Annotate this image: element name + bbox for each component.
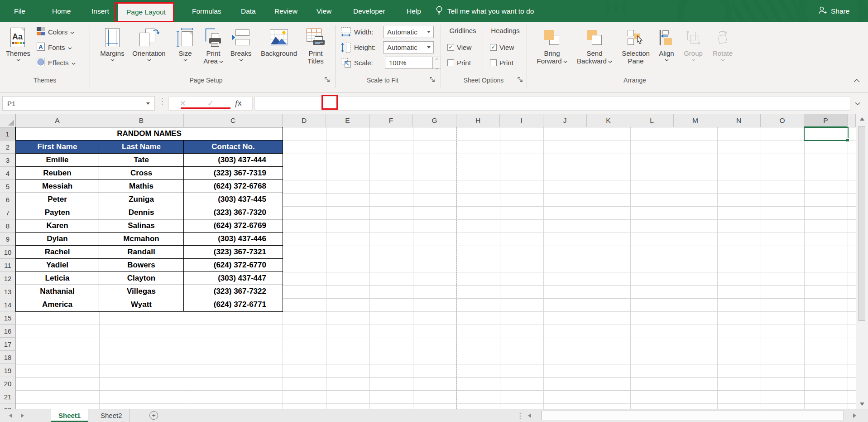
tab-formulas[interactable]: Formulas [189, 0, 224, 22]
table-cell[interactable]: Mcmahon [99, 233, 184, 245]
colors-button[interactable]: Colors [36, 26, 86, 38]
sheet-options-dialog-launcher-icon[interactable] [517, 77, 524, 84]
gridlines-view-checkbox-row[interactable]: ✓View [447, 41, 482, 53]
table-cell[interactable]: Randall [99, 246, 184, 258]
table-cell[interactable]: Emilie [16, 154, 99, 166]
checkbox-checked-icon[interactable]: ✓ [490, 44, 497, 51]
hscroll-right-icon[interactable] [853, 413, 856, 418]
table-cell[interactable]: (303) 437-447 [184, 272, 283, 285]
table-cell[interactable]: Dennis [99, 206, 184, 219]
column-header-g[interactable]: G [413, 114, 456, 127]
insert-function-icon[interactable]: fx [235, 99, 241, 108]
table-cell[interactable]: (624) 372-6769 [184, 219, 283, 232]
column-header-n[interactable]: N [717, 114, 761, 127]
width-combobox[interactable]: Automatic [383, 26, 434, 38]
scroll-down-icon[interactable] [860, 403, 864, 406]
orientation-button[interactable]: Orientation [128, 23, 170, 77]
table-cell[interactable]: Reuben [16, 167, 99, 179]
table-header-contact-no[interactable]: Contact No. [184, 141, 283, 153]
column-header-m[interactable]: M [674, 114, 717, 127]
active-cell-outline[interactable] [804, 127, 849, 141]
table-cell[interactable]: (323) 367-7320 [184, 206, 283, 219]
row-header-3[interactable]: 3 [0, 154, 16, 167]
tab-home[interactable]: Home [49, 0, 73, 22]
table-cell[interactable]: Rachel [16, 246, 99, 258]
sheet-tab-sheet1[interactable]: Sheet1 [51, 409, 88, 422]
share-button[interactable]: Share [818, 0, 849, 22]
table-cell[interactable]: Leticia [16, 272, 99, 285]
breaks-button[interactable]: Breaks [228, 23, 254, 77]
checkbox-unchecked-icon[interactable] [447, 59, 454, 66]
row-header-14[interactable]: 14 [0, 298, 16, 311]
row-header-2[interactable]: 2 [0, 141, 16, 154]
formula-bar-grip[interactable]: ⋮ [158, 97, 166, 106]
row-header-5[interactable]: 5 [0, 180, 16, 193]
table-cell[interactable]: (624) 372-6770 [184, 259, 283, 272]
table-cell[interactable]: (624) 372-6771 [184, 298, 283, 311]
effects-button[interactable]: Effects [36, 57, 86, 68]
spinner-buttons[interactable] [433, 57, 441, 69]
table-cell[interactable]: (323) 367-7322 [184, 285, 283, 298]
table-cell[interactable]: Mathis [99, 180, 184, 193]
column-header-partial[interactable] [848, 114, 856, 127]
row-header-16[interactable]: 16 [0, 325, 16, 338]
table-cell[interactable]: Peter [16, 193, 99, 206]
table-cell[interactable]: Wyatt [99, 298, 184, 311]
row-header-8[interactable]: 8 [0, 219, 16, 233]
headings-view-checkbox-row[interactable]: ✓View [490, 41, 524, 53]
row-header-10[interactable]: 10 [0, 246, 16, 259]
name-box[interactable]: P1 [2, 96, 155, 111]
formula-bar-expand-icon[interactable] [855, 99, 860, 107]
column-header-l[interactable]: L [630, 114, 674, 127]
table-cell[interactable]: Bowers [99, 259, 184, 272]
table-cell[interactable]: Salinas [99, 219, 184, 232]
tell-me-box[interactable]: Tell me what you want to do [436, 0, 534, 22]
table-cell[interactable]: Yadiel [16, 259, 99, 272]
row-header-19[interactable]: 19 [0, 364, 16, 377]
table-header-last-name[interactable]: Last Name [99, 141, 184, 153]
table-cell[interactable]: (303) 437-446 [184, 233, 283, 245]
column-header-a[interactable]: A [16, 114, 99, 127]
selection-pane-button[interactable]: SelectionPane [618, 23, 654, 77]
fonts-button[interactable]: AFonts [36, 41, 86, 53]
tab-data[interactable]: Data [238, 0, 259, 22]
table-cell[interactable]: (303) 437-444 [184, 154, 283, 166]
tabbar-grip[interactable]: ⋮ [516, 411, 524, 421]
height-combobox[interactable]: Automatic [383, 41, 434, 53]
worksheet-area[interactable]: ABCDEFGHIJKLMNOP123456789101112131415161… [0, 114, 856, 409]
spin-down-icon[interactable] [435, 63, 439, 72]
table-cell[interactable]: Dylan [16, 233, 99, 245]
tab-developer[interactable]: Developer [350, 0, 388, 22]
row-header-11[interactable]: 11 [0, 259, 16, 272]
collapse-ribbon-icon[interactable] [853, 77, 860, 85]
column-header-o[interactable]: O [761, 114, 804, 127]
headings-print-checkbox-row[interactable]: Print [490, 57, 524, 68]
column-header-c[interactable]: C [184, 114, 283, 127]
table-cell[interactable]: Karen [16, 219, 99, 232]
row-header-9[interactable]: 9 [0, 233, 16, 246]
select-all-corner[interactable] [0, 114, 16, 127]
sheet-tab-sheet2[interactable]: Sheet2 [93, 409, 130, 422]
checkbox-checked-icon[interactable]: ✓ [447, 44, 454, 51]
themes-button[interactable]: AaThemes [2, 23, 34, 77]
row-header-13[interactable]: 13 [0, 285, 16, 298]
table-cell[interactable]: Clayton [99, 272, 184, 285]
row-header-1[interactable]: 1 [0, 127, 16, 141]
column-header-b[interactable]: B [99, 114, 184, 127]
table-cell[interactable]: Tate [99, 154, 184, 166]
table-cell[interactable]: Zuniga [99, 193, 184, 206]
scale-to-fit-dialog-launcher-icon[interactable] [429, 77, 436, 84]
margins-button[interactable]: Margins [98, 23, 127, 77]
align-button[interactable]: Align [656, 23, 677, 77]
table-cell[interactable]: Payten [16, 206, 99, 219]
column-header-i[interactable]: I [500, 114, 543, 127]
enter-icon[interactable]: ✓ [207, 98, 214, 108]
formula-input[interactable] [254, 96, 850, 111]
background-button[interactable]: Background [255, 23, 302, 77]
tab-help[interactable]: Help [404, 0, 424, 22]
row-header-7[interactable]: 7 [0, 206, 16, 219]
row-header-21[interactable]: 21 [0, 390, 16, 403]
vertical-scroll-thumb[interactable] [858, 126, 865, 321]
print-area-button[interactable]: PrintArea [200, 23, 226, 77]
bring-forward-button[interactable]: BringForward [532, 23, 571, 77]
